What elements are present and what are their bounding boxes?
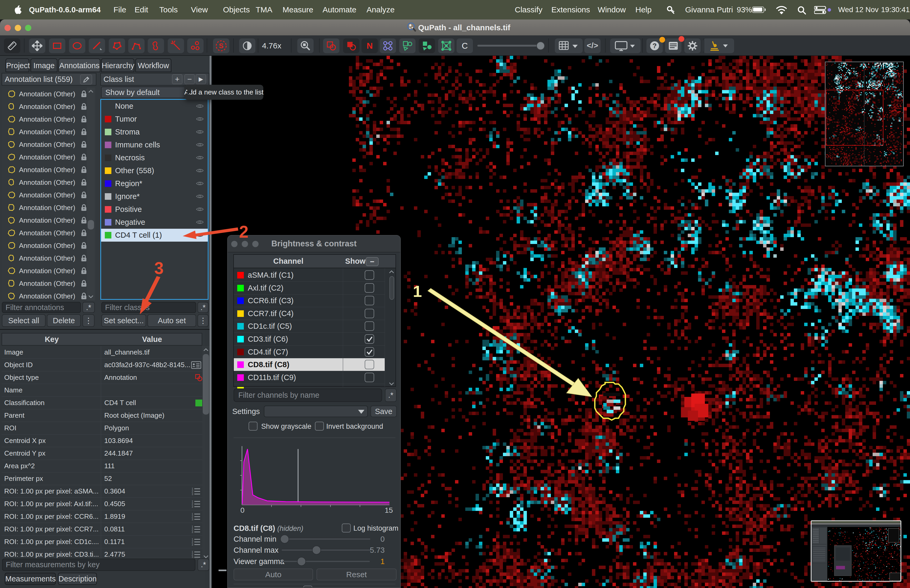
svg-text:3: 3 <box>192 531 193 533</box>
svg-text:?: ? <box>653 42 657 50</box>
svg-text:3: 3 <box>192 543 193 546</box>
svg-text:0: 0 <box>241 506 245 514</box>
svg-text:3: 3 <box>192 518 193 521</box>
svg-text:3: 3 <box>192 493 193 496</box>
svg-text:3: 3 <box>192 506 193 508</box>
svg-text:15: 15 <box>385 506 393 514</box>
svg-text:S: S <box>219 42 223 50</box>
svg-text:3: 3 <box>192 556 193 558</box>
